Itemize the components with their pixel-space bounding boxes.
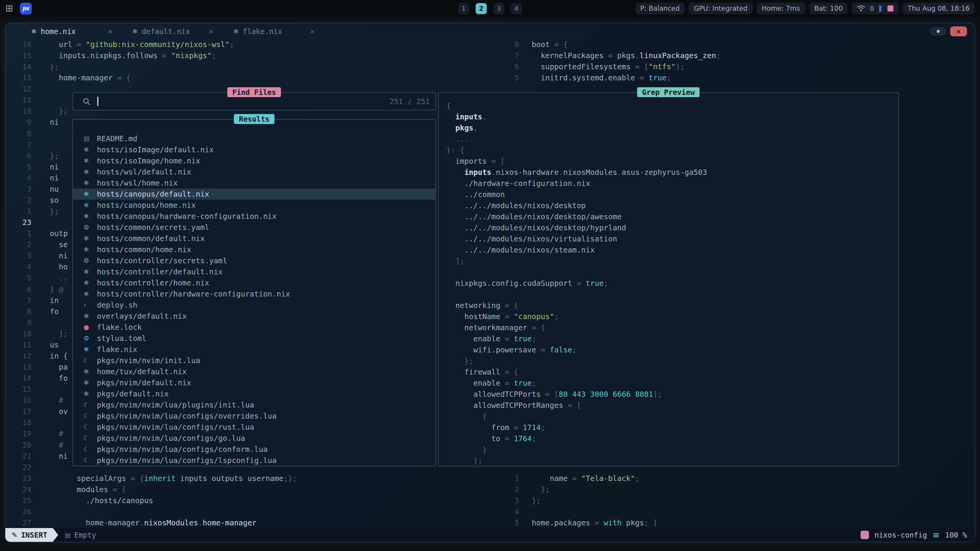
file-result[interactable]: ›deploy.sh <box>73 300 435 311</box>
nix-file-icon: ❄ <box>83 266 97 277</box>
lua-file-icon: ☾ <box>83 422 97 433</box>
line-number: 17 <box>5 406 31 417</box>
workspace-2[interactable]: 2 <box>476 3 487 14</box>
preview-line <box>446 289 898 300</box>
file-result[interactable]: ❄hosts/isoImage/home.nix <box>73 155 435 166</box>
preview-line: }; <box>446 355 898 367</box>
phone-icon <box>887 5 893 11</box>
close-tab-icon[interactable]: × <box>108 27 113 36</box>
tab-flake.nix[interactable]: ❄flake.nix× <box>229 25 319 37</box>
line-number: 19 <box>5 428 31 439</box>
code-text: home-manager = { <box>50 72 131 83</box>
preview-line: { <box>446 411 898 422</box>
telescope-prompt[interactable]: Find Files 251 / 251 <box>72 92 436 111</box>
preview-line: ../../modules/nixos/desktop/hyprland <box>446 222 898 233</box>
code-text: ./hosts/canopus <box>50 495 153 506</box>
workspace-1[interactable]: 1 <box>458 3 469 14</box>
lines-icon: ≡ <box>933 530 940 540</box>
file-result[interactable]: ●flake.lock <box>73 322 435 333</box>
file-result[interactable]: ❄hosts/common/default.nix <box>73 233 435 244</box>
file-result[interactable]: ☾pkgs/nvim/nvim/lua/configs/lspconfig.lu… <box>73 455 435 466</box>
file-result[interactable]: ❄hosts/controller/home.nix <box>73 277 435 289</box>
line-number: 5 <box>488 72 519 83</box>
file-name: pkgs/nvim/nvim/lua/configs/lspconfig.lua <box>97 455 277 466</box>
app-launcher-icon[interactable]: ⊞ <box>5 4 13 13</box>
preview-line: enable = true; <box>446 333 898 344</box>
code-text: nu <box>50 184 59 195</box>
line-number: 7 <box>488 50 519 61</box>
line-number: 16 <box>5 39 31 50</box>
wifi-icon <box>857 5 865 12</box>
workspace-4[interactable]: 4 <box>511 3 522 14</box>
md-file-icon: ▤ <box>83 133 97 144</box>
code-line: 4 <box>488 506 975 517</box>
mode-label: INSERT <box>21 531 47 539</box>
file-name: pkgs/default.nix <box>97 388 169 399</box>
file-result[interactable]: ❄hosts/wsl/home.nix <box>73 178 435 189</box>
file-result[interactable]: ❄home/tux/default.nix <box>73 366 435 377</box>
file-result[interactable]: ❄hosts/canopus/home.nix <box>73 200 435 211</box>
code-text: boot = { <box>532 39 568 50</box>
file-result[interactable]: ❄pkgs/nvim/default.nix <box>73 377 435 388</box>
file-name: hosts/common/secrets.yaml <box>97 222 209 233</box>
pencil-icon: ✎ <box>11 531 18 539</box>
window-controls: × <box>930 26 967 36</box>
file-result[interactable]: ❄flake.nix <box>73 344 435 355</box>
nix-file-icon: ❄ <box>233 28 238 35</box>
line-number: 12 <box>5 83 31 95</box>
file-result[interactable]: ⚙stylua.toml <box>73 333 435 344</box>
system-tray[interactable]: 0 ᛒ <box>852 3 898 14</box>
nix-file-icon: ❄ <box>83 233 97 244</box>
window-close-button[interactable]: × <box>950 26 967 36</box>
tab-label: flake.nix <box>243 27 282 36</box>
results-list: ▤README.md❄hosts/isoImage/default.nix❄ho… <box>73 120 435 466</box>
file-result[interactable]: ⚙hosts/common/secrets.yaml <box>73 222 435 233</box>
tab-home.nix[interactable]: ❄home.nix× <box>26 25 117 37</box>
file-result[interactable]: ❄hosts/canopus/default.nix <box>73 189 435 200</box>
preview-line: { <box>446 100 898 111</box>
close-tab-icon[interactable]: × <box>209 27 214 36</box>
file-result[interactable]: ☾pkgs/nvim/nvim/lua/configs/rust.lua <box>73 422 435 433</box>
file-name: deploy.sh <box>97 300 137 311</box>
file-result[interactable]: ❄overlays/default.nix <box>73 311 435 322</box>
file-result[interactable]: ☾pkgs/nvim/nvim/lua/plugins/init.lua <box>73 399 435 411</box>
code-text: ni <box>50 173 59 184</box>
line-number: 11 <box>5 95 31 106</box>
workspace-3[interactable]: 3 <box>493 3 505 14</box>
file-result[interactable]: ⚙hosts/controller/secrets.yaml <box>73 255 435 266</box>
file-result[interactable]: ❄hosts/isoImage/default.nix <box>73 144 435 155</box>
file-result[interactable]: ☾pkgs/nvim/nvim/lua/configs/overrides.lu… <box>73 411 435 422</box>
code-text: ]; <box>50 328 68 339</box>
clock: Thu Aug 08, 18:16 <box>903 3 975 14</box>
file-name: hosts/wsl/home.nix <box>97 178 178 189</box>
preview-line: inputs.nixos-hardware.nixosModules.asus-… <box>446 167 898 178</box>
status-module: GPU: Integrated <box>689 3 752 14</box>
preview-line: ../common <box>446 189 898 200</box>
sh-file-icon: › <box>83 300 97 311</box>
file-result[interactable]: ❄pkgs/default.nix <box>73 388 435 399</box>
code-text: }; <box>50 106 68 117</box>
file-result[interactable]: ❄hosts/controller/default.nix <box>73 266 435 277</box>
code-text: pa <box>50 362 68 373</box>
workspaces: 1234 <box>458 0 522 17</box>
result-counter: 251 / 251 <box>389 97 430 106</box>
file-result[interactable]: ▤README.md <box>73 133 435 144</box>
file-name: flake.nix <box>97 344 137 355</box>
toggle-pill-button[interactable] <box>930 28 946 35</box>
lua-file-icon: ☾ <box>83 355 97 366</box>
line-number: 2 <box>5 239 31 250</box>
file-result[interactable]: ❄hosts/common/home.nix <box>73 244 435 255</box>
close-tab-icon[interactable]: × <box>310 27 315 36</box>
code-text: fo <box>50 306 59 317</box>
file-result[interactable]: ❄hosts/wsl/default.nix <box>73 166 435 178</box>
tab-default.nix[interactable]: ❄default.nix× <box>127 25 218 37</box>
file-result[interactable]: ☾pkgs/nvim/nvim/lua/configs/go.lua <box>73 433 435 444</box>
file-result[interactable]: ❄hosts/canopus/hardware-configuration.ni… <box>73 211 435 222</box>
app-logo[interactable]: JW <box>20 3 32 15</box>
file-result[interactable]: ☾pkgs/nvim/nvim/init.lua <box>73 355 435 366</box>
file-status-label: Empty <box>74 531 96 539</box>
file-result[interactable]: ❄hosts/controller/hardware-configuration… <box>73 289 435 300</box>
file-result[interactable]: ☾pkgs/nvim/nvim/lua/configs/conform.lua <box>73 444 435 455</box>
preview-code: { inputs, pkgs, ...}: { imports = [ inpu… <box>439 93 898 466</box>
nix-file-icon: ❄ <box>83 289 97 300</box>
